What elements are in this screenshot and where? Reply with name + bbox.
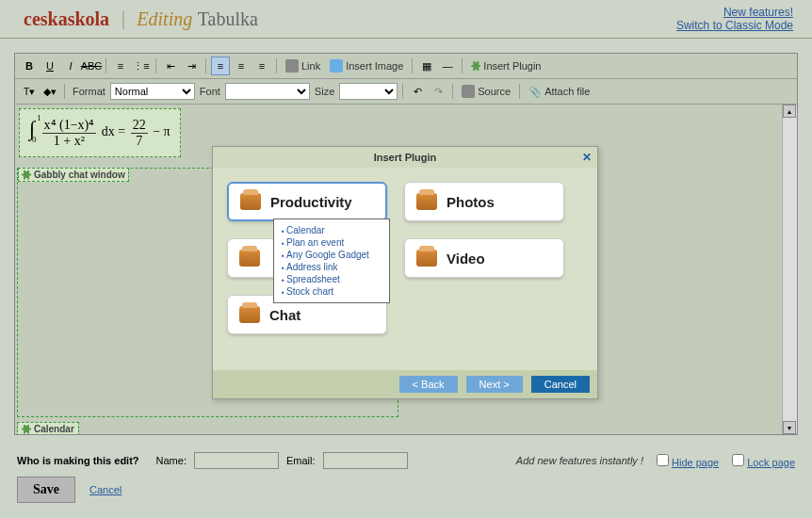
- productivity-dropdown: Calendar Plan an event Any Google Gadget…: [273, 219, 390, 303]
- dialog-header: Insert Plugin ✕: [213, 147, 597, 168]
- math-formula[interactable]: ∫ 1 0 x⁴ (1−x)⁴1 + x² dx = 227 − π: [19, 108, 181, 157]
- plugin-icon: [471, 61, 480, 71]
- email-label: Email:: [286, 455, 316, 466]
- calendar-plugin-placeholder[interactable]: Calendar: [17, 422, 79, 434]
- source-icon: [462, 85, 475, 98]
- numbered-list-button[interactable]: ≡: [111, 57, 130, 75]
- card-icon: [416, 193, 437, 210]
- align-center-button[interactable]: ≡: [232, 57, 251, 75]
- who-label: Who is making this edit?: [17, 455, 139, 466]
- plugin-icon: [22, 425, 31, 434]
- link-icon: [285, 59, 299, 73]
- email-input[interactable]: [323, 452, 408, 469]
- next-button[interactable]: Next >: [466, 376, 523, 393]
- menu-spreadsheet[interactable]: Spreadsheet: [282, 273, 382, 285]
- header-links: New features! Switch to Classic Mode: [676, 6, 793, 32]
- name-label: Name:: [156, 455, 187, 466]
- back-button[interactable]: < Back: [399, 376, 458, 393]
- card-icon: [240, 193, 261, 210]
- bold-button[interactable]: B: [20, 57, 39, 75]
- scroll-down-button[interactable]: ▾: [783, 421, 796, 434]
- lock-page-link[interactable]: Lock page: [747, 457, 795, 468]
- site-logo: ceskaskola: [24, 8, 109, 30]
- table-button[interactable]: ▦: [417, 57, 436, 75]
- divider: |: [121, 8, 125, 30]
- name-input[interactable]: [194, 452, 279, 469]
- insert-plugin-button[interactable]: Insert Plugin: [467, 60, 544, 72]
- menu-stock-chart[interactable]: Stock chart: [282, 285, 382, 298]
- strike-button[interactable]: ABC: [82, 57, 101, 75]
- editing-label: Editing: [137, 8, 192, 29]
- insert-plugin-dialog: Insert Plugin ✕ Productivity Photos Vide…: [212, 146, 598, 399]
- indent-button[interactable]: ⇥: [182, 57, 201, 75]
- toolbar-row-1: B U I ABC ≡ ⋮≡ ⇤ ⇥ ≡ ≡ ≡ Link Insert Ima…: [15, 54, 797, 79]
- hide-page-checkbox[interactable]: [657, 454, 669, 466]
- footer-row: Who is making this edit? Name: Email: Ad…: [0, 445, 812, 477]
- dialog-title: Insert Plugin: [374, 152, 437, 163]
- dialog-close-button[interactable]: ✕: [582, 151, 592, 164]
- productivity-category[interactable]: Productivity: [227, 182, 387, 221]
- lock-page-checkbox[interactable]: [732, 454, 744, 466]
- insert-link-button[interactable]: Link: [282, 59, 324, 73]
- italic-button[interactable]: I: [61, 57, 80, 75]
- card-icon: [239, 306, 260, 323]
- insert-image-button[interactable]: Insert Image: [326, 59, 407, 73]
- image-icon: [330, 59, 343, 73]
- photos-category[interactable]: Photos: [404, 182, 564, 221]
- page-header: ceskaskola | Editing Tabulka New feature…: [0, 0, 812, 39]
- menu-google-gadget[interactable]: Any Google Gadget: [282, 249, 382, 261]
- attach-file-button[interactable]: 📎Attach file: [525, 86, 593, 98]
- font-select[interactable]: [225, 83, 310, 100]
- outdent-button[interactable]: ⇤: [161, 57, 180, 75]
- cancel-link[interactable]: Cancel: [89, 484, 122, 495]
- plugin-icon: [22, 170, 31, 180]
- undo-button[interactable]: ↶: [408, 82, 427, 101]
- toolbar-row-2: T▾ ◆▾ Format Normal Font Size ↶ ↷ Source…: [15, 79, 797, 105]
- align-left-button[interactable]: ≡: [211, 57, 230, 75]
- cancel-button[interactable]: Cancel: [531, 376, 590, 393]
- size-select[interactable]: [339, 83, 398, 100]
- size-label: Size: [315, 86, 334, 97]
- menu-plan-event[interactable]: Plan an event: [282, 236, 382, 249]
- logo-area: ceskaskola | Editing Tabulka: [24, 8, 258, 30]
- card-icon: [239, 250, 260, 267]
- page-title: Tabulka: [198, 8, 258, 29]
- menu-address-link[interactable]: Address link: [282, 261, 382, 273]
- card-icon: [416, 250, 437, 267]
- dialog-footer: < Back Next > Cancel: [213, 370, 597, 398]
- text-color-button[interactable]: T▾: [20, 82, 39, 101]
- scrollbar[interactable]: ▴ ▾: [782, 105, 797, 434]
- instant-label: Add new features instantly !: [516, 455, 643, 466]
- format-select[interactable]: Normal: [110, 83, 195, 100]
- classic-mode-link[interactable]: Switch to Classic Mode: [676, 19, 793, 32]
- format-label: Format: [73, 86, 106, 97]
- scroll-up-button[interactable]: ▴: [783, 105, 796, 118]
- save-button[interactable]: Save: [17, 477, 75, 503]
- source-button[interactable]: Source: [458, 85, 514, 98]
- new-features-link[interactable]: New features!: [676, 6, 793, 19]
- hide-page-link[interactable]: Hide page: [672, 457, 719, 468]
- bg-color-button[interactable]: ◆▾: [41, 82, 59, 101]
- font-label: Font: [200, 86, 220, 97]
- redo-button[interactable]: ↷: [429, 82, 447, 101]
- menu-calendar[interactable]: Calendar: [282, 224, 382, 236]
- align-right-button[interactable]: ≡: [252, 57, 271, 75]
- attach-icon: 📎: [528, 86, 542, 98]
- hr-button[interactable]: —: [438, 57, 457, 75]
- save-row: Save Cancel: [0, 477, 812, 512]
- video-category[interactable]: Video: [404, 238, 564, 278]
- bullet-list-button[interactable]: ⋮≡: [132, 57, 151, 75]
- underline-button[interactable]: U: [41, 57, 59, 75]
